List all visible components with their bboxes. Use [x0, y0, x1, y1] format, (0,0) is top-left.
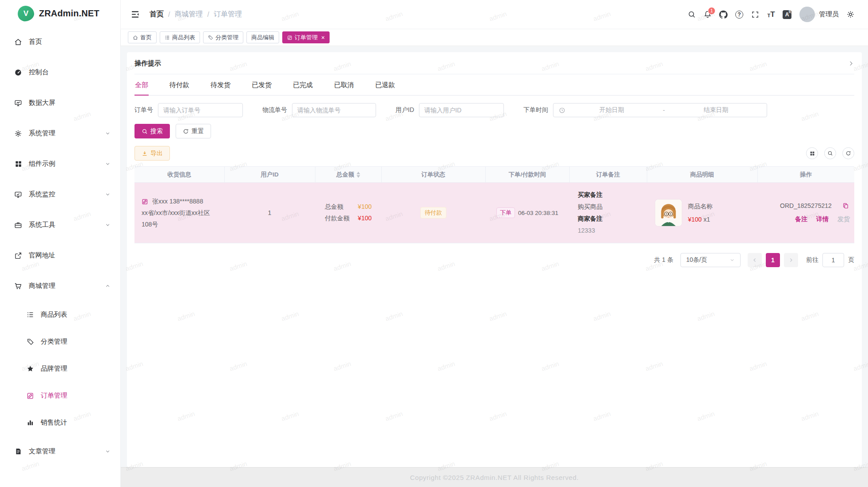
font-size-icon[interactable]: TT	[763, 7, 779, 23]
sidebar-item-datascreen[interactable]: 数据大屏	[0, 88, 120, 118]
sidebar-item-brand[interactable]: 品牌管理	[0, 355, 120, 382]
notification-badge: 1	[708, 7, 715, 15]
tab-product-list[interactable]: 商品列表	[160, 31, 200, 43]
sidebar-item-mall[interactable]: 商城管理	[0, 271, 120, 301]
status-tab-unpaid[interactable]: 待付款	[169, 74, 190, 95]
page-number-button[interactable]: 1	[766, 253, 780, 267]
refresh-table-button[interactable]	[842, 147, 854, 159]
sidebar-item-sales-stats[interactable]: 销售统计	[0, 409, 120, 436]
copy-icon[interactable]	[842, 203, 849, 209]
export-button[interactable]: 导出	[134, 146, 170, 161]
screen-icon	[13, 99, 23, 107]
jump-page-input[interactable]	[822, 253, 844, 267]
tips-panel-header[interactable]: 操作提示	[134, 53, 854, 74]
receiver-cell: 张xxx 138****8888 xx省/xx市/xxx街道xx社区 108号	[134, 183, 224, 243]
help-icon[interactable]: ?	[731, 7, 747, 23]
sidebar-item-label: 文章管理	[29, 447, 55, 456]
chevron-down-icon	[105, 192, 111, 197]
chevron-down-icon	[730, 257, 735, 263]
username-label[interactable]: 管理员	[819, 10, 839, 19]
column-settings-button[interactable]	[806, 147, 818, 159]
star-icon	[25, 365, 35, 372]
logistics-no-group: 物流单号	[262, 103, 376, 117]
tab-home[interactable]: 首页	[128, 31, 157, 43]
status-tab-to-ship[interactable]: 待发货	[210, 74, 231, 95]
page-content: 操作提示 全部 待付款 待发货 已发货 已完成 已取消 已退款 订单号	[121, 46, 868, 467]
prev-page-button[interactable]	[748, 253, 762, 267]
sidebar: V ZRAdmin.NET 首页 控制台 数据大屏 系统管理	[0, 0, 121, 487]
sidebar-item-system[interactable]: 系统管理	[0, 118, 120, 149]
sidebar-item-label: 官网地址	[29, 251, 55, 260]
sidebar-item-orders[interactable]: 订单管理	[0, 382, 120, 409]
edit-address-icon[interactable]	[142, 198, 148, 205]
sidebar-item-label: 首页	[29, 38, 42, 46]
list-icon	[165, 35, 170, 40]
chevron-right-icon[interactable]	[848, 60, 854, 67]
sidebar-item-tools[interactable]: 系统工具	[0, 210, 120, 240]
sidebar-item-console[interactable]: 控制台	[0, 57, 120, 88]
sidebar-item-category[interactable]: 分类管理	[0, 328, 120, 355]
sidebar-item-label: 订单管理	[41, 391, 67, 400]
amount-cell: 总金额¥100 付款金额¥100	[315, 183, 381, 243]
sidebar-item-product-list[interactable]: 商品列表	[0, 301, 120, 328]
table-row[interactable]: 张xxx 138****8888 xx省/xx市/xxx街道xx社区 108号 …	[134, 183, 854, 243]
main-area: 首页 / 商城管理 / 订单管理 1 ? TT A文 管理员	[121, 0, 868, 487]
col-amount[interactable]: 总金额	[315, 167, 381, 183]
detail-link[interactable]: 详情	[816, 215, 829, 222]
form-buttons-row: 搜索 重置	[134, 124, 854, 138]
sidebar-item-components[interactable]: 组件示例	[0, 149, 120, 179]
app-logo[interactable]: V ZRAdmin.NET	[0, 0, 120, 27]
settings-gear-icon[interactable]	[842, 7, 858, 23]
page-size-select[interactable]: 10条/页	[680, 253, 741, 267]
order-no-input[interactable]	[163, 107, 238, 114]
dashboard-icon	[13, 69, 23, 77]
end-date-placeholder[interactable]: 结束日期	[671, 106, 762, 114]
refresh-icon	[183, 128, 189, 134]
tab-order-management[interactable]: 订单管理 ×	[282, 31, 330, 43]
sidebar-item-label: 品牌管理	[41, 364, 67, 373]
logistics-no-input[interactable]	[297, 107, 371, 114]
search-button[interactable]: 搜索	[134, 124, 170, 138]
status-tab-completed[interactable]: 已完成	[292, 74, 313, 95]
sidebar-item-monitor[interactable]: 系统监控	[0, 179, 120, 210]
remark-link[interactable]: 备注	[795, 215, 807, 222]
user-avatar[interactable]	[799, 7, 815, 22]
tab-category[interactable]: 分类管理	[203, 31, 243, 43]
status-tab-all[interactable]: 全部	[134, 74, 149, 95]
menu-fold-icon[interactable]	[131, 10, 140, 19]
toggle-search-button[interactable]	[824, 147, 836, 159]
start-date-placeholder[interactable]: 开始日期	[566, 106, 657, 114]
product-image[interactable]	[655, 199, 682, 226]
status-tab-refunded[interactable]: 已退款	[375, 74, 396, 95]
sidebar-item-articles[interactable]: 文章管理	[0, 436, 120, 467]
breadcrumb-home[interactable]: 首页	[150, 10, 164, 19]
status-tab-cancelled[interactable]: 已取消	[334, 74, 354, 95]
receiver-address2: 108号	[142, 219, 221, 230]
user-id-group: 用户ID	[396, 103, 504, 117]
translate-icon[interactable]: A文	[779, 7, 795, 23]
notification-bell-icon[interactable]: 1	[699, 7, 715, 23]
monitor-icon	[13, 191, 23, 199]
fullscreen-icon[interactable]	[747, 7, 763, 23]
sidebar-item-website[interactable]: 官网地址	[0, 240, 120, 271]
user-id-input[interactable]	[424, 107, 499, 114]
date-range-picker[interactable]: 开始日期 - 结束日期	[553, 103, 767, 117]
time-cell: 下单 06-03 20:38:31	[485, 183, 569, 243]
clock-icon	[559, 107, 565, 114]
search-icon[interactable]	[684, 7, 699, 23]
order-status-tabs: 全部 待付款 待发货 已发货 已完成 已取消 已退款	[134, 74, 854, 96]
sidebar-submenu-mall: 商品列表 分类管理 品牌管理 订单管理 销售统计	[0, 301, 120, 436]
reset-button[interactable]: 重置	[176, 124, 211, 138]
breadcrumb-mall[interactable]: 商城管理	[174, 10, 203, 19]
tab-product-edit[interactable]: 商品编辑	[246, 31, 279, 43]
next-page-button[interactable]	[784, 253, 798, 267]
sidebar-item-label: 系统监控	[29, 190, 55, 199]
top-navbar: 首页 / 商城管理 / 订单管理 1 ? TT A文 管理员	[121, 0, 868, 29]
sidebar-item-home[interactable]: 首页	[0, 27, 120, 57]
sidebar-item-label: 系统工具	[29, 221, 55, 229]
ship-link[interactable]: 发货	[837, 215, 850, 222]
github-icon[interactable]	[715, 7, 731, 23]
close-icon[interactable]: ×	[321, 35, 325, 41]
status-tab-shipped[interactable]: 已发货	[251, 74, 272, 95]
sort-carets-icon[interactable]	[357, 172, 360, 178]
